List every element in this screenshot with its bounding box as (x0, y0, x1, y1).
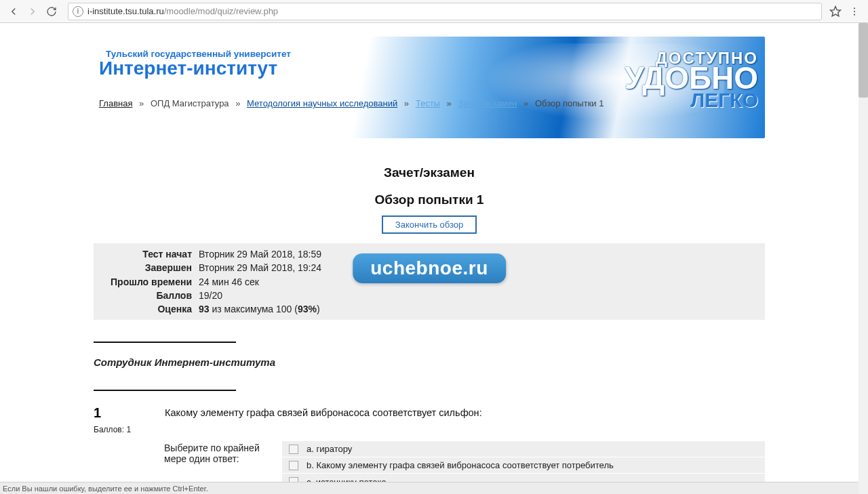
summary-row-elapsed: Прошло времени 24 мин 46 сек (94, 275, 765, 289)
answer-text: a. гиратору (307, 444, 352, 454)
breadcrumb-home[interactable]: Главная (99, 98, 132, 108)
forward-button[interactable] (23, 2, 42, 21)
page-heading: Зачет/экзамен (94, 165, 765, 180)
back-button[interactable] (4, 2, 23, 21)
answer-option-a[interactable]: a. гиратору (282, 441, 765, 457)
svg-marker-0 (831, 6, 841, 16)
breadcrumb-item-4[interactable]: Зачет/экзамен (458, 98, 517, 108)
attempt-summary-table: Тест начат Вторник 29 Май 2018, 18:59 За… (94, 243, 765, 320)
checkbox-icon[interactable] (289, 445, 298, 454)
finish-review-button[interactable]: Закончить обзор (382, 215, 477, 234)
url-host: i-institute.tsu.tula.ru (87, 6, 164, 16)
summary-row-grade: Оценка 93 из максимума 100 (93%) (94, 302, 765, 316)
question-number: 1 (94, 405, 113, 421)
svg-point-2 (854, 10, 855, 12)
scrollbar-track[interactable] (859, 23, 868, 494)
browser-menu-icon[interactable] (845, 2, 864, 21)
summary-value: 19/20 (199, 289, 222, 302)
summary-value: Вторник 29 Май 2018, 19:24 (199, 261, 321, 274)
question-block: 1 Баллов: 1 Какому элементу графа связей… (94, 405, 765, 490)
summary-label: Прошло времени (94, 275, 199, 289)
site-info-icon[interactable]: i (73, 6, 83, 17)
question-score: Баллов: 1 (94, 425, 131, 434)
summary-row-completed: Завершен Вторник 29 Май 2018, 19:24 (94, 261, 765, 274)
url-path: /moodle/mod/quiz/review.php (164, 6, 278, 16)
summary-value: 93 из максимума 100 (93%) (199, 302, 320, 316)
summary-row-points: Баллов 19/20 (94, 289, 765, 302)
answer-option-b[interactable]: b. Какому элементу графа связей вибронас… (282, 457, 765, 474)
summary-row-started: Тест начат Вторник 29 Май 2018, 18:59 (94, 247, 765, 261)
summary-value: Вторник 29 Май 2018, 18:59 (199, 247, 321, 261)
error-report-hint: Если Вы нашли ошибку, выделите ее и нажм… (0, 482, 859, 494)
svg-point-1 (854, 7, 855, 9)
summary-label: Оценка (94, 302, 199, 316)
divider (94, 342, 236, 343)
address-bar[interactable]: i i-institute.tsu.tula.ru/moodle/mod/qui… (68, 3, 822, 20)
breadcrumb-sep: » (524, 98, 528, 108)
main-content: Зачет/экзамен Обзор попытки 1 Закончить … (94, 165, 765, 490)
slogan-line-2: УДОБНО (625, 65, 758, 91)
staff-label: Сотрудник Интернет-института (94, 356, 765, 368)
svg-point-3 (854, 14, 855, 15)
summary-label: Баллов (94, 289, 199, 302)
checkbox-icon[interactable] (289, 461, 298, 470)
bookmark-star-icon[interactable] (826, 2, 845, 21)
breadcrumb-item-2[interactable]: Методология научных исследований (247, 98, 397, 108)
summary-value: 24 мин 46 сек (199, 275, 259, 289)
summary-label: Тест начат (94, 247, 199, 261)
question-text: Какому элементу графа связей вибронасоса… (165, 405, 482, 418)
attempt-heading: Обзор попытки 1 (94, 192, 765, 207)
breadcrumb: Главная » ОПД Магистратура » Методология… (99, 98, 760, 108)
summary-label: Завершен (94, 261, 199, 274)
breadcrumb-sep: » (404, 98, 409, 108)
breadcrumb-sep: » (139, 98, 144, 108)
breadcrumb-item-3[interactable]: Тесты (416, 98, 440, 108)
breadcrumb-current: Обзор попытки 1 (535, 98, 604, 108)
breadcrumb-item-1: ОПД Магистратура (151, 98, 229, 108)
browser-toolbar: i i-institute.tsu.tula.ru/moodle/mod/qui… (0, 0, 868, 23)
page-content: Тульский государственный университет Инт… (0, 23, 859, 494)
breadcrumb-sep: » (235, 98, 240, 108)
answer-text: b. Какому элементу графа связей вибронас… (307, 460, 614, 470)
reload-button[interactable] (42, 2, 61, 21)
divider (94, 390, 236, 391)
site-banner: Тульский государственный университет Инт… (94, 37, 765, 138)
scrollbar-thumb[interactable] (859, 23, 868, 98)
breadcrumb-sep: » (447, 98, 452, 108)
